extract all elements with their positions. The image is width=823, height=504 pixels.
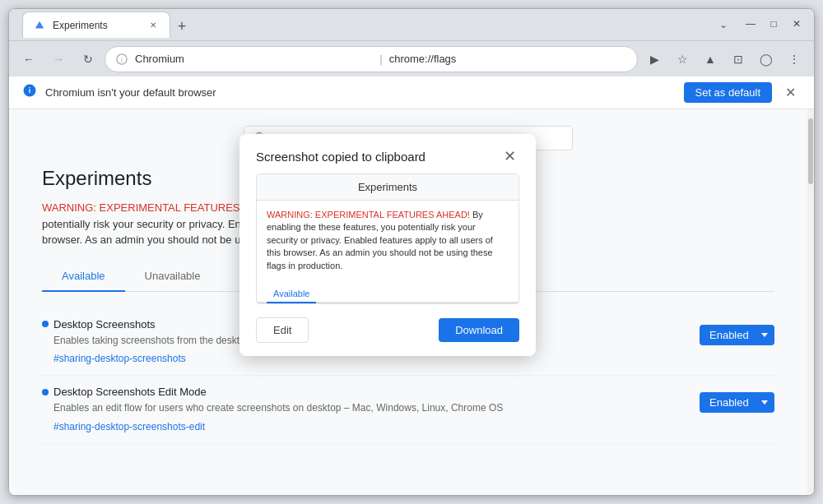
menu-button[interactable]: ⋮ [781,46,807,72]
preview-title: Experiments [257,174,518,201]
title-bar: Experiments ✕ + ⌄ — □ ✕ [9,9,814,40]
info-bar-close-button[interactable]: ✕ [780,83,801,102]
toolbar-actions: ▶ ☆ ▲ ⊡ ◯ ⋮ [641,46,807,72]
modal-edit-button[interactable]: Edit [256,317,309,343]
flag-item-desktop-screenshots-edit: Desktop Screenshots Edit Mode Enables an… [42,376,774,444]
flag-dot-1 [42,321,49,327]
flag-controls-1: Enabled Disabled Default [700,325,774,345]
flag-link-2[interactable]: #sharing-desktop-screenshots-edit [42,421,205,432]
bookmark-button[interactable]: ☆ [669,46,695,72]
svg-text:i: i [29,86,31,95]
site-security-icon: i [115,53,128,66]
flag-select-1[interactable]: Enabled Disabled Default [700,325,774,345]
browser-window: Experiments ✕ + ⌄ — □ ✕ ← → ↻ i Chromium… [8,8,815,496]
address-separator: | [379,53,382,65]
flag-row-2: Desktop Screenshots Edit Mode Enables an… [42,386,774,433]
flag-controls-2: Enabled Disabled Default [700,392,774,413]
tab-bar: Experiments ✕ + [16,12,709,38]
flag-desc-2: Enables an edit flow for users who creat… [42,401,503,415]
flag-select-2[interactable]: Enabled Disabled Default [700,392,774,413]
screenshot-preview: Experiments WARNING: EXPERIMENTAL FEATUR… [256,173,519,304]
modal-body: Experiments WARNING: EXPERIMENTAL FEATUR… [239,173,536,356]
window-controls: ⌄ — □ ✕ [712,13,807,36]
reload-button[interactable]: ↻ [75,46,101,72]
preview-tab-available: Available [267,285,316,303]
modal-close-button[interactable]: ✕ [500,147,519,165]
modal-download-button[interactable]: Download [439,318,519,342]
address-bar[interactable]: i Chromium | chrome://flags [105,46,638,72]
minimize-button[interactable]: — [740,13,761,35]
main-content: 🔍 Experiments WARNING: EXPERIMENTAL FEAT… [9,109,814,495]
tab-close-button[interactable]: ✕ [146,19,160,32]
scrollbar-thumb[interactable] [808,118,813,184]
svg-marker-0 [35,21,44,28]
flag-dot-2 [42,389,49,395]
preview-content: WARNING: EXPERIMENTAL FEATURES AHEAD! By… [257,201,518,280]
back-button[interactable]: ← [16,46,42,72]
screenshot-modal: Screenshot copied to clipboard ✕ Experim… [239,134,536,356]
forward-button[interactable]: → [45,46,72,72]
active-tab[interactable]: Experiments ✕ [22,12,170,38]
modal-title: Screenshot copied to clipboard [256,150,425,164]
new-tab-button[interactable]: + [170,15,193,38]
info-bar: i Chromium isn't your default browser Se… [9,76,814,109]
site-name: Chromium [135,53,373,65]
svg-text:i: i [121,55,123,63]
nav-bar: ← → ↻ i Chromium | chrome://flags ▶ ☆ ▲ … [9,40,814,76]
url-text: chrome://flags [389,53,627,65]
flag-name-2: Desktop Screenshots Edit Mode [42,386,503,398]
modal-footer: Edit Download [256,317,519,343]
close-button[interactable]: ✕ [786,13,807,35]
maximize-button[interactable]: □ [763,13,784,35]
info-bar-icon: i [22,83,37,102]
set-as-default-button[interactable]: Set as default [684,82,773,103]
tab-available[interactable]: Available [42,261,125,292]
scrollbar-track[interactable] [807,109,814,495]
cast-button[interactable]: ▶ [641,46,667,72]
preview-warning: WARNING: EXPERIMENTAL FEATURES AHEAD! [267,210,470,220]
modal-header: Screenshot copied to clipboard ✕ [239,134,536,173]
preview-tab-bar: Available [257,280,518,303]
profile-button[interactable]: ◯ [753,46,779,72]
tab-title: Experiments [53,20,140,31]
split-button[interactable]: ⊡ [725,46,751,72]
info-bar-message: Chromium isn't your default browser [45,86,676,99]
flag-link-1[interactable]: #sharing-desktop-screenshots [42,353,186,364]
extension-button[interactable]: ▲ [697,46,723,72]
flag-info-2: Desktop Screenshots Edit Mode Enables an… [42,386,503,433]
tab-search-button[interactable]: ⌄ [712,13,735,36]
tab-unavailable[interactable]: Unavailable [125,261,221,292]
tab-favicon [33,19,46,32]
